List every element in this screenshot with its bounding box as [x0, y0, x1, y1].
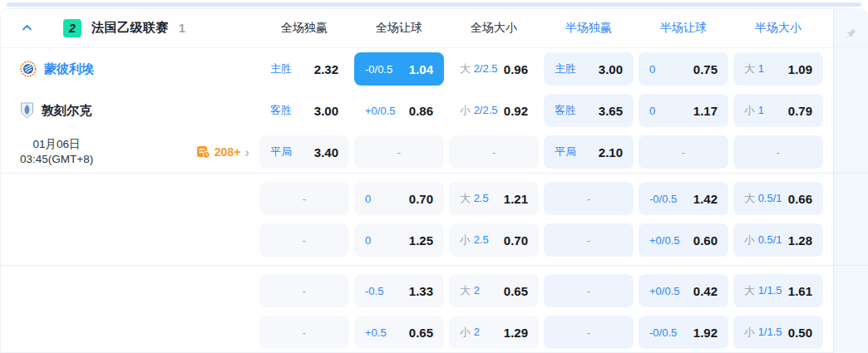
away-team-row[interactable]: 敦刻尔克 [0, 90, 259, 131]
column-header-ft-handicap: 全场让球 [354, 21, 449, 36]
odds-cell[interactable]: +0/0.50.42 [639, 274, 728, 307]
empty-dash: - [587, 193, 590, 205]
odds-line-label: 0 [649, 63, 655, 76]
odds-line-label: 主胜 [270, 61, 292, 76]
odds-value: 0.66 [788, 192, 812, 206]
odds-line-label: 小 0.5/1 [744, 233, 782, 248]
odds-cell[interactable]: 大 0.5/10.66 [733, 182, 823, 215]
odds-rows-alt-1: -00.70大 2.51.21--0/0.51.42大 0.5/10.66-01… [259, 178, 828, 261]
odds-cell[interactable]: 小 10.79 [733, 94, 823, 127]
over-under-prefix: 大 [744, 192, 758, 204]
odds-line-label: 客胜 [270, 103, 292, 118]
home-team-row[interactable]: 蒙彼利埃 [0, 48, 259, 90]
odds-cell[interactable]: 小 2/2.50.92 [449, 94, 539, 127]
odds-cell-empty: - [544, 316, 634, 349]
alt-odds-block-2: --0.51.33大 20.65-+0/0.50.42大 1/1.51.61-+… [0, 265, 868, 353]
odds-cell[interactable]: 大 1/1.51.61 [733, 274, 823, 307]
odds-value: 0.96 [504, 62, 528, 76]
odds-cell[interactable]: +0/0.50.60 [639, 223, 728, 257]
odds-cell[interactable]: 客胜3.65 [544, 94, 634, 127]
over-under-prefix: 大 [460, 284, 474, 297]
odds-line-label: 大 2.5 [460, 191, 489, 206]
over-under-prefix: 大 [744, 284, 758, 297]
odds-value: 0.75 [693, 62, 718, 76]
over-under-prefix: 大 [460, 192, 474, 204]
chevron-up-glyph [21, 22, 33, 34]
home-team-logo [20, 61, 37, 77]
over-under-prefix: 大 [744, 62, 758, 75]
odds-cell[interactable]: -0.51.33 [354, 274, 444, 307]
odds-row: --0.51.33大 20.65-+0/0.50.42大 1/1.51.61 [259, 270, 828, 311]
odds-cell[interactable]: 01.17 [639, 94, 728, 127]
odds-cell[interactable]: 大 20.65 [449, 274, 539, 307]
column-header-ht-handicap: 半场让球 [639, 21, 733, 36]
column-header-ht-1x2: 半场独赢 [544, 21, 639, 36]
odds-row: 客胜3.00+0/0.50.86小 2/2.50.92客胜3.6501.17小 … [259, 90, 828, 131]
odds-value: 0.70 [409, 192, 433, 206]
odds-cell[interactable]: 主胜3.00 [544, 52, 634, 86]
odds-line-label: -0/0.5 [649, 193, 677, 205]
odds-value: 0.50 [788, 326, 812, 340]
odds-value: 2.10 [599, 145, 623, 159]
chevron-up-icon[interactable] [18, 20, 35, 37]
odds-cell-empty: - [354, 135, 444, 169]
odds-cell[interactable]: 大 2/2.50.96 [449, 52, 539, 86]
empty-dash: - [587, 285, 590, 297]
league-odds-card: 2 法国乙级联赛 1 全场独赢 全场让球 全场大小 半场独赢 半场让球 半场大小… [0, 8, 868, 353]
empty-dash: - [777, 146, 780, 159]
odds-cell[interactable]: 平局3.40 [259, 135, 349, 169]
over-under-prefix: 大 [460, 62, 474, 75]
odds-line-label: 小 2.5 [460, 233, 489, 248]
odds-value: 1.29 [504, 326, 528, 340]
odds-cell[interactable]: 主胜2.32 [259, 52, 349, 86]
league-header-left: 2 法国乙级联赛 1 [0, 19, 259, 37]
odds-line-label: +0.5 [365, 326, 387, 339]
odds-row: -00.70大 2.51.21--0/0.51.42大 0.5/10.66 [259, 178, 828, 219]
odds-value: 1.04 [409, 62, 433, 76]
odds-value: 1.21 [504, 192, 528, 206]
league-logo: 2 [63, 19, 81, 37]
home-team-name: 蒙彼利埃 [44, 61, 94, 77]
odds-cell-empty: - [544, 274, 634, 307]
over-under-prefix: 小 [744, 326, 758, 338]
odds-value: 0.65 [504, 284, 528, 298]
odds-cell[interactable]: +0.50.65 [354, 316, 444, 349]
empty-dash: - [492, 146, 496, 159]
odds-cell[interactable]: 小 2.50.70 [449, 223, 539, 257]
odds-cell[interactable]: +0/0.50.86 [354, 94, 444, 127]
chevron-right-icon: › [244, 145, 249, 159]
odds-value: 3.00 [599, 62, 623, 76]
alt-block-2-left-spacer [0, 270, 259, 353]
odds-cell[interactable]: -0/0.51.42 [639, 182, 728, 215]
more-markets-link[interactable]: 208+ › [196, 145, 249, 159]
odds-cell[interactable]: 大 2.51.21 [449, 182, 539, 215]
away-team-name: 敦刻尔克 [42, 103, 91, 119]
match-meta-row: 01月06日 03:45(GMT+8) 208+ › [0, 131, 259, 173]
odds-cell[interactable]: -0/0.51.92 [639, 316, 728, 349]
odds-cell[interactable]: 客胜3.00 [259, 94, 349, 127]
odds-line-label: 0 [365, 234, 371, 247]
odds-cell-empty: - [259, 274, 349, 307]
odds-cell[interactable]: 小 0.5/11.28 [733, 223, 823, 257]
odds-line-label: 大 2/2.5 [460, 61, 498, 76]
odds-line-label: 小 1 [744, 103, 764, 118]
odds-cell[interactable]: 00.70 [354, 182, 444, 215]
odds-cell[interactable]: 平局2.10 [544, 135, 634, 169]
markets-clock-icon [196, 145, 210, 159]
empty-dash: - [303, 193, 306, 205]
match-time: 03:45(GMT+8) [20, 152, 93, 167]
odds-value: 0.79 [788, 104, 812, 118]
odds-cell[interactable]: 00.75 [639, 52, 728, 86]
pin-icon[interactable] [843, 27, 858, 42]
odds-cell-empty: - [259, 316, 349, 349]
odds-value: 1.09 [788, 62, 812, 76]
odds-cell[interactable]: 小 21.29 [449, 316, 539, 349]
odds-line-label: 平局 [270, 145, 292, 159]
odds-line-label: 小 2/2.5 [460, 103, 498, 118]
odds-cell[interactable]: 大 11.09 [733, 52, 823, 86]
empty-dash: - [682, 146, 685, 159]
odds-cell-selected[interactable]: -0/0.51.04 [354, 52, 444, 86]
odds-cell[interactable]: 小 1/1.50.50 [733, 316, 823, 349]
odds-cell[interactable]: 01.25 [354, 223, 444, 257]
odds-line-label: 平局 [555, 145, 576, 159]
